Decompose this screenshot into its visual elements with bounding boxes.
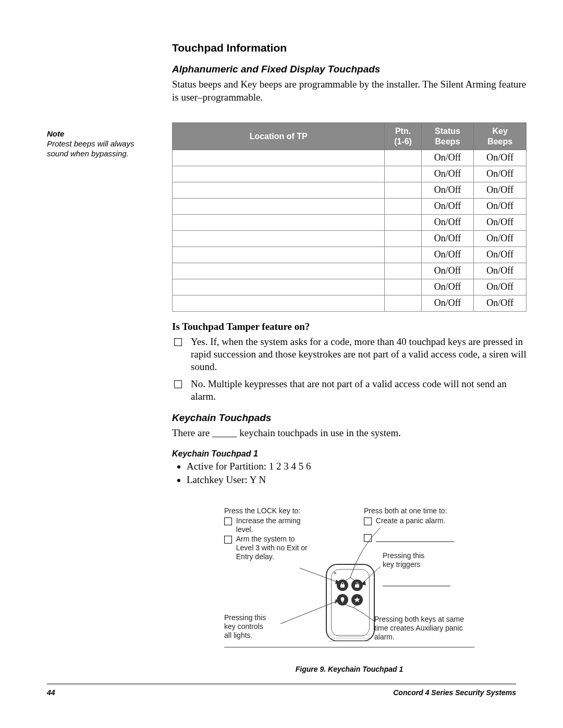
fig-lights-c: all lights. xyxy=(224,631,282,640)
tamper-question: Is Touchpad Tamper feature on? xyxy=(172,321,527,332)
col-key: KeyBeeps xyxy=(474,123,527,150)
figure-caption: Figure 9. Keychain Touchpad 1 xyxy=(172,665,527,673)
unlock-button-icon xyxy=(351,579,363,591)
table-row: On/OffOn/Off xyxy=(173,214,527,230)
table-row: On/OffOn/Off xyxy=(173,150,527,166)
col-ptn: Ptn.(1-6) xyxy=(385,123,421,150)
figure-wrap: Press the LOCK key to: Increase the armi… xyxy=(172,507,527,673)
checkbox-icon xyxy=(174,380,182,388)
tamper-no: No. Multiple keypresses that are not par… xyxy=(172,378,527,403)
kt1-bullets: Active for Partition: 1 2 3 4 5 6 Latchk… xyxy=(172,461,527,486)
page-number: 44 xyxy=(47,688,55,697)
margin-note: Note Protest beeps will always sound whe… xyxy=(47,129,146,158)
fig-lock-head: Press the LOCK key to: xyxy=(224,507,318,515)
checkbox-icon xyxy=(174,338,182,346)
touchpad-table: Location of TP Ptn.(1-6) StatusBeeps Key… xyxy=(172,122,527,311)
fig-lights-b: key controls xyxy=(224,622,282,631)
fig-both-head: Press both at one time to: xyxy=(364,507,473,515)
checkbox-icon xyxy=(224,517,232,525)
star-button-icon xyxy=(351,594,363,606)
note-head: Note xyxy=(47,129,64,138)
table-row: On/OffOn/Off xyxy=(173,295,527,311)
table-row: On/OffOn/Off xyxy=(173,166,527,182)
keychain-intro: There are _____ keychain touchpads in us… xyxy=(172,427,527,440)
kt1-partition: Active for Partition: 1 2 3 4 5 6 xyxy=(187,461,527,472)
fig-lock-b: Arm the system to Level 3 with no Exit o… xyxy=(236,535,309,561)
table-row: On/OffOn/Off xyxy=(173,263,527,279)
checkbox-icon xyxy=(364,534,372,542)
page: Note Protest beeps will always sound whe… xyxy=(0,0,563,728)
fig-aux-a: Pressing both keys at same xyxy=(374,615,479,624)
light-button-icon xyxy=(337,594,348,606)
note-body: Protest beeps will always sound when byp… xyxy=(47,139,134,158)
kt1-latchkey: Latchkey User: Y N xyxy=(187,474,527,486)
table-row: On/OffOn/Off xyxy=(173,182,527,198)
remote-outline xyxy=(326,564,375,641)
fig-both-a: Create a panic alarm. xyxy=(376,516,446,525)
subsection-keychain: Keychain Touchpads xyxy=(172,412,527,424)
fig-blank-line xyxy=(383,579,450,586)
subsection-alphanumeric: Alphanumeric and Fixed Display Touchpads xyxy=(172,64,527,75)
tamper-yes: Yes. If, when the system asks for a code… xyxy=(172,336,527,374)
fig-aux-b: time creates Auxiliary panic xyxy=(374,624,479,633)
led-icon xyxy=(334,572,336,574)
footer-title: Concord 4 Series Security Systems xyxy=(393,688,516,697)
fig-trigger-a: Pressing this xyxy=(383,551,473,560)
table-row: On/OffOn/Off xyxy=(173,246,527,263)
remote-grip-lines xyxy=(328,635,370,644)
page-footer: 44 Concord 4 Series Security Systems xyxy=(47,684,516,697)
fig-lock-a: Increase the arming level. xyxy=(236,516,309,534)
main-column: Touchpad Information Alphanumeric and Fi… xyxy=(172,42,527,673)
fig-aux-c: alarm. xyxy=(374,633,479,641)
table-row: On/OffOn/Off xyxy=(173,230,527,246)
col-status: StatusBeeps xyxy=(421,123,474,150)
checkbox-icon xyxy=(364,517,372,525)
kt1-head: Keychain Touchpad 1 xyxy=(172,449,527,459)
fig-blank-line xyxy=(376,535,454,542)
checkbox-icon xyxy=(224,536,232,544)
section-title: Touchpad Information xyxy=(172,42,527,54)
tamper-options: Yes. If, when the system asks for a code… xyxy=(172,336,527,403)
lock-button-icon xyxy=(337,579,348,591)
fig-lights-a: Pressing this xyxy=(224,613,282,622)
col-location: Location of TP xyxy=(173,123,385,150)
fig-trigger-b: key triggers xyxy=(383,560,473,569)
keychain-figure: Press the LOCK key to: Increase the armi… xyxy=(224,507,474,658)
intro-paragraph: Status beeps and Key beeps are programma… xyxy=(172,78,527,104)
table-header-row: Location of TP Ptn.(1-6) StatusBeeps Key… xyxy=(173,123,527,150)
table-row: On/OffOn/Off xyxy=(173,198,527,214)
table-row: On/OffOn/Off xyxy=(173,279,527,295)
